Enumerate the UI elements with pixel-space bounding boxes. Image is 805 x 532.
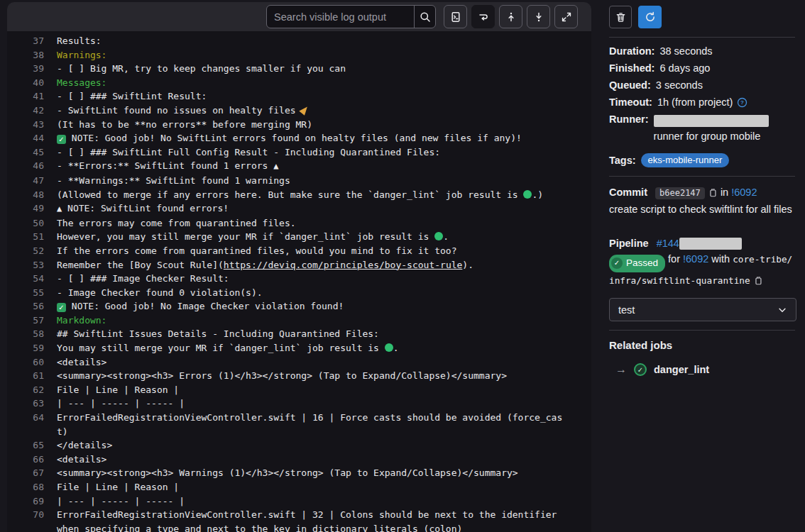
finished-value: 6 days ago	[659, 63, 710, 74]
log-line-number[interactable]: 44	[16, 131, 57, 145]
log-line-number[interactable]: 40	[16, 76, 57, 90]
log-line-number[interactable]: 66	[16, 453, 57, 467]
commit-mr-link[interactable]: !6092	[731, 187, 757, 198]
log-line-text: Results:	[57, 34, 565, 48]
scroll-top-icon	[505, 11, 517, 23]
log-line-number[interactable]: 57	[16, 314, 57, 328]
copy-icon	[753, 275, 763, 286]
stage-dropdown[interactable]: test	[609, 298, 796, 321]
log-line-text: If the errors come from quarantined file…	[57, 244, 565, 258]
search-button[interactable]	[414, 6, 435, 28]
runner-description: runner for group mobile	[654, 131, 761, 142]
log-line-text: - **Errors:** SwiftLint found 1 errors ▲	[57, 159, 565, 174]
green-circle-emoji	[434, 232, 443, 240]
log-line-number[interactable]: 43	[16, 118, 57, 132]
log-line-number[interactable]: 39	[16, 62, 57, 76]
log-line-number[interactable]: 67	[16, 466, 57, 480]
job-details-sidebar: Duration: 38 seconds Finished: 6 days ag…	[600, 0, 805, 532]
queued-row: Queued: 3 seconds	[609, 80, 795, 91]
log-link[interactable]: https://deviq.com/principles/boy-scout-r…	[224, 260, 463, 270]
log-line-text: (Allowed to merge if any errors here. Bu…	[57, 188, 565, 202]
current-job-arrow-icon: →	[615, 363, 627, 376]
log-line-number[interactable]: 50	[16, 216, 57, 231]
log-line: 68 File | Line | Reason |	[7, 480, 591, 494]
pipeline-mr-link[interactable]: !6092	[683, 253, 708, 265]
green-circle-emoji	[523, 190, 532, 199]
log-line-text: File | Line | Reason |	[57, 383, 565, 397]
runner-tag-badge[interactable]: eks-mobile-runner	[641, 153, 730, 167]
job-log-panel: 37 Results: 38 Warnings: 39 - [ ] Big MR…	[7, 2, 591, 532]
log-line-number[interactable]: 49	[16, 201, 57, 216]
copy-icon	[708, 187, 718, 198]
log-line: 66 <details>	[7, 453, 591, 467]
log-line: 40 Messages:	[7, 76, 591, 90]
commit-sha-link[interactable]: b6ee2147	[655, 187, 705, 199]
log-content[interactable]: 37 Results: 38 Warnings: 39 - [ ] Big MR…	[7, 31, 591, 532]
log-line-number[interactable]: 69	[16, 494, 57, 509]
log-line-number[interactable]: 62	[16, 383, 57, 397]
pipeline-for-text: for	[668, 253, 680, 265]
log-line-number[interactable]: 47	[16, 174, 57, 188]
duration-label: Duration:	[609, 46, 655, 57]
check-emoji: ✓	[57, 135, 66, 144]
wrap-lines-icon	[478, 11, 489, 23]
log-line-number[interactable]: 70	[16, 508, 57, 532]
search-input[interactable]	[267, 6, 414, 28]
log-line: 47 - **Warnings:** SwiftLint found 1 war…	[7, 174, 591, 188]
log-line-number[interactable]: 41	[16, 89, 57, 104]
stage-dropdown-value: test	[618, 304, 635, 316]
log-line-number[interactable]: 64	[16, 411, 57, 438]
log-line-number[interactable]: 46	[16, 159, 57, 174]
scroll-top-button[interactable]	[499, 5, 522, 28]
copy-ref-button[interactable]	[753, 275, 763, 288]
log-line-number[interactable]: 65	[16, 438, 57, 453]
log-line: 70 ErrorFailedRegistrationViewController…	[7, 508, 591, 532]
log-line-number[interactable]: 63	[16, 397, 57, 411]
pipeline-block: Pipeline #144 ✓Passed for !6092 with cor…	[609, 235, 795, 289]
log-line-text: - [ ] ### SwiftLint Full Config Result -…	[57, 145, 565, 160]
log-line-number[interactable]: 42	[16, 104, 57, 118]
retry-job-button[interactable]	[638, 6, 662, 28]
log-line-number[interactable]: 38	[16, 48, 57, 62]
log-line-number[interactable]: 68	[16, 480, 57, 494]
log-line-number[interactable]: 37	[16, 34, 57, 48]
log-line: 65 </details>	[7, 438, 591, 453]
commit-block: Commit b6ee2147 in !6092 create script t…	[609, 185, 795, 217]
related-job-name[interactable]: danger_lint	[654, 364, 709, 375]
copy-commit-sha-button[interactable]	[708, 187, 718, 200]
log-line-number[interactable]: 54	[16, 272, 57, 286]
log-line-number[interactable]: 56	[16, 299, 57, 314]
pipeline-status-badge[interactable]: ✓Passed	[609, 255, 665, 272]
log-line-number[interactable]: 59	[16, 341, 57, 355]
log-line-number[interactable]: 52	[16, 244, 57, 258]
log-line-number[interactable]: 61	[16, 369, 57, 383]
fullscreen-button[interactable]	[554, 5, 578, 28]
erase-log-button[interactable]	[609, 6, 632, 28]
related-jobs-heading: Related jobs	[609, 339, 795, 351]
log-line-text: Remember the [Boy Scout Rule](https://de…	[57, 258, 565, 272]
raw-log-icon	[450, 11, 461, 23]
log-line-text: </details>	[57, 438, 565, 453]
log-line-number[interactable]: 58	[16, 327, 57, 341]
green-circle-emoji	[385, 343, 393, 352]
scroll-bottom-button[interactable]	[527, 5, 550, 28]
log-line-number[interactable]: 55	[16, 286, 57, 300]
log-line-number[interactable]: 45	[16, 145, 57, 160]
log-search-group	[266, 5, 436, 28]
log-line-text: The errors may come from quarantined fil…	[57, 216, 565, 231]
raw-log-button[interactable]	[444, 5, 467, 28]
commit-label: Commit	[609, 187, 647, 198]
log-line-number[interactable]: 48	[16, 188, 57, 202]
log-toolbar	[7, 2, 591, 31]
log-line-text: - [ ] Big MR, try to keep changes smalle…	[57, 62, 565, 76]
log-line-number[interactable]: 51	[16, 230, 57, 244]
log-line-number[interactable]: 53	[16, 258, 57, 272]
related-job-item[interactable]: → ✓ danger_lint	[609, 363, 795, 376]
help-icon[interactable]: ?	[737, 97, 748, 108]
log-line-text: - [ ] ### Image Checker Result:	[57, 272, 565, 286]
log-line-text: Messages:	[57, 76, 565, 90]
pipeline-number-link[interactable]: #144	[657, 238, 679, 249]
wrap-lines-button[interactable]	[471, 5, 495, 28]
log-line-number[interactable]: 60	[16, 355, 57, 370]
log-line-text: - **Warnings:** SwiftLint found 1 warnin…	[57, 174, 565, 188]
